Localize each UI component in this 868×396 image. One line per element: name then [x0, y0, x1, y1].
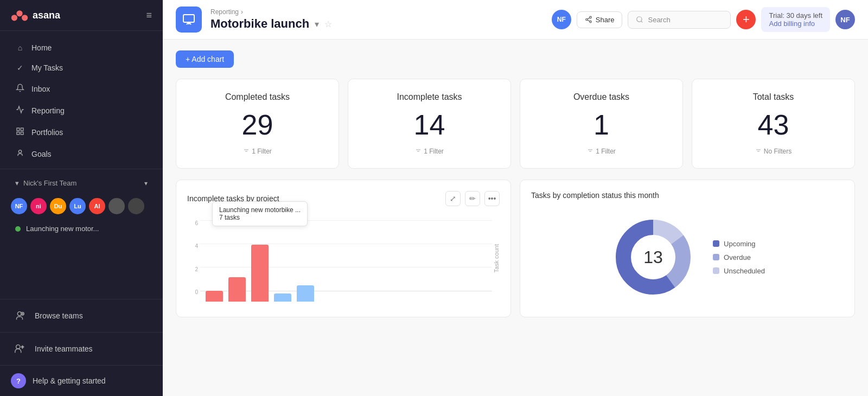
main-content: Reporting › Motorbike launch ▾ ☆ NF Shar… [163, 0, 868, 396]
filter-icon [243, 148, 250, 155]
stat-card-total: Total tasks 43 No Filters [692, 79, 855, 169]
project-item-motorbike[interactable]: Launching new motor... [4, 220, 158, 237]
share-label: Share [596, 16, 615, 24]
invite-teammates-item[interactable]: + Invite teammates [0, 332, 163, 365]
check-icon: ✓ [15, 63, 25, 72]
stat-card-incomplete: Incomplete tasks 14 1 Filter [348, 79, 511, 169]
legend-dot-upcoming [713, 240, 719, 247]
stats-row: Completed tasks 29 1 Filter Incomplete t… [176, 79, 855, 169]
svg-point-0 [16, 10, 22, 16]
avatar-nf[interactable]: NF [11, 198, 27, 214]
page-title-row: Motorbike launch ▾ ☆ [210, 17, 543, 31]
avatar-extra1[interactable] [108, 198, 125, 214]
sidebar-item-goals[interactable]: Goals [4, 143, 158, 164]
stat-filter-0: 1 Filter [187, 148, 328, 155]
asana-logo-icon [11, 9, 28, 22]
browse-teams-label: Browse teams [35, 311, 83, 320]
svg-rect-4 [21, 128, 23, 131]
svg-rect-5 [17, 132, 20, 135]
sidebar-item-label: My Tasks [31, 63, 63, 72]
sidebar-item-inbox[interactable]: Inbox [4, 78, 158, 99]
legend-dot-overdue [713, 254, 719, 260]
bar-2[interactable] [228, 277, 246, 302]
svg-point-1 [11, 15, 17, 21]
avatar-ni[interactable]: ni [30, 198, 47, 214]
bars-area: Launching new motorbike ... 7 tasks [200, 215, 492, 302]
svg-point-10 [16, 345, 20, 349]
sidebar-header: asana ≡ [0, 0, 163, 31]
breadcrumb-parent: Reporting [210, 8, 239, 16]
expand-button[interactable]: ⤢ [445, 191, 461, 206]
bar-1[interactable] [206, 291, 223, 302]
svg-line-19 [588, 18, 590, 19]
svg-rect-3 [17, 128, 20, 131]
help-label: Help & getting started [33, 376, 106, 385]
favorite-icon[interactable]: ☆ [324, 19, 332, 29]
asana-logo: asana [11, 9, 60, 22]
bell-icon [15, 84, 25, 94]
sidebar-item-my-tasks[interactable]: ✓ My Tasks [4, 58, 158, 78]
hamburger-icon[interactable]: ≡ [146, 10, 152, 21]
sidebar-item-portfolios[interactable]: Portfolios [4, 122, 158, 143]
reporting-icon [15, 105, 25, 116]
bar-4[interactable] [274, 293, 291, 302]
header-actions: NF Share Search + Trial: 30 days left Ad… [552, 7, 855, 32]
tooltip-value: 7 tasks [219, 214, 301, 221]
avatar-extra2[interactable] [128, 198, 144, 214]
share-button[interactable]: Share [577, 11, 623, 28]
trial-link[interactable]: Add billing info [769, 20, 822, 28]
sidebar-item-label: Home [31, 43, 52, 52]
stat-label-2: Overdue tasks [531, 92, 672, 102]
stat-filter-2: 1 Filter [531, 148, 672, 155]
avatar-du[interactable]: Du [50, 198, 66, 214]
avatar-al[interactable]: Al [89, 198, 105, 214]
stat-value-3: 43 [703, 111, 844, 139]
sidebar-item-label: Goals [31, 150, 52, 158]
user-avatar[interactable]: NF [835, 10, 855, 29]
title-dropdown-icon[interactable]: ▾ [315, 19, 319, 29]
chevron-down-icon: ▾ [15, 179, 19, 187]
svg-point-16 [586, 18, 588, 21]
help-item[interactable]: ? Help & getting started [0, 365, 163, 396]
sidebar-item-label: Inbox [31, 85, 50, 93]
sidebar: asana ≡ ⌂ Home ✓ My Tasks Inbox Reportin… [0, 0, 163, 396]
bar-chart-actions: ⤢ ✏ ••• [445, 191, 500, 206]
search-placeholder: Search [648, 16, 670, 24]
invite-teammates-icon: + [11, 340, 28, 357]
stat-filter-1: 1 Filter [359, 148, 500, 155]
search-icon [636, 16, 643, 23]
stat-label-3: Total tasks [703, 92, 844, 102]
sidebar-nav: ⌂ Home ✓ My Tasks Inbox Reporting Portfo… [0, 31, 163, 299]
header-avatar: NF [552, 10, 571, 29]
donut-chart-title: Tasks by completion status this month [531, 191, 659, 200]
trial-badge: Trial: 30 days left Add billing info [761, 7, 830, 32]
browse-teams-item[interactable]: Browse teams [0, 299, 163, 332]
tooltip: Launching new motorbike ... 7 tasks [212, 201, 308, 226]
donut-legend: Upcoming Overdue Unscheduled [713, 240, 765, 275]
add-chart-button[interactable]: + Add chart [176, 50, 234, 68]
bar-3[interactable]: Launching new motorbike ... 7 tasks [251, 245, 269, 302]
sidebar-item-reporting[interactable]: Reporting [4, 100, 158, 121]
svg-line-21 [641, 21, 643, 23]
donut-chart-card: Tasks by completion status this month [520, 180, 855, 317]
filter-icon [755, 148, 762, 155]
add-button[interactable]: + [736, 10, 756, 29]
add-chart-label: + Add chart [186, 55, 224, 63]
avatar-lu[interactable]: Lu [69, 198, 86, 214]
help-icon: ? [11, 373, 26, 388]
donut-area: 13 Upcoming Overdue Unsche [531, 208, 844, 306]
legend-item-unscheduled: Unscheduled [713, 267, 765, 275]
sidebar-divider [0, 169, 163, 169]
sidebar-item-home[interactable]: ⌂ Home [4, 38, 158, 58]
bar-5[interactable] [297, 285, 314, 302]
svg-text:+: + [21, 344, 24, 350]
svg-rect-13 [183, 15, 194, 22]
more-button[interactable]: ••• [484, 191, 500, 206]
edit-button[interactable]: ✏ [465, 191, 480, 206]
home-icon: ⌂ [15, 43, 25, 52]
search-box[interactable]: Search [628, 11, 731, 29]
legend-dot-unscheduled [713, 267, 719, 274]
team-section-header[interactable]: ▾ Nick's First Team ▾ [4, 174, 158, 193]
y-axis-label: Task count [492, 244, 500, 273]
breadcrumb-sep: › [241, 8, 243, 16]
